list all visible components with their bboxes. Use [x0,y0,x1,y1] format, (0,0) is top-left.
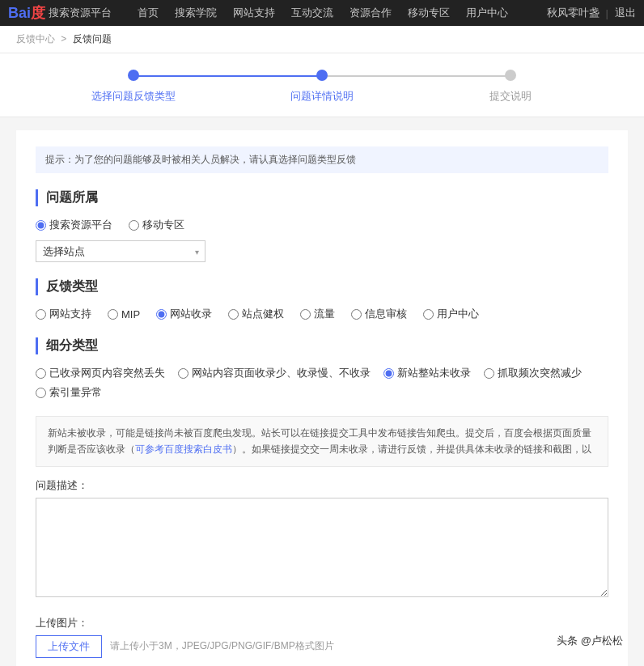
info-text-part2: ）。如果链接提交交一周未收录，请进行反馈，并提供具体未收录的链接和截图，以 [232,443,591,455]
tip-text: 提示：为了您的问题能够及时被相关人员解决，请认真选择问题类型反馈 [45,154,356,165]
subtype-radio-group: 已收录网页内容突然丢失 网站内容页面收录少、收录慢、不收录 新站整站未收录 抓取… [36,366,608,380]
feedback-label-6: 用户中心 [437,307,479,321]
belong-label-2: 移动专区 [142,218,184,232]
upload-label: 上传图片： [36,616,608,630]
watermark: 头条 @卢松松 [552,632,628,650]
feedback-label-2: 网站收录 [170,307,212,321]
feedback-option-2[interactable]: 网站收录 [156,307,212,321]
step-1-label: 选择问题反馈类型 [91,89,176,104]
feedback-radio-6[interactable] [423,309,434,320]
subtype-label-3: 抓取频次突然减少 [498,366,582,380]
subtype-label-4: 索引量异常 [49,385,102,400]
subtype-row-2: 索引量异常 [36,385,608,400]
upload-row: 上传文件 请上传小于3M，JPEG/JPG/PNG/GIF/BMP格式图片 [36,635,608,658]
feedback-radio-5[interactable] [351,309,362,320]
subtype-option-4[interactable]: 索引量异常 [36,385,608,400]
subtype-option-0[interactable]: 已收录网页内容突然丢失 [36,366,165,380]
section-belong: 问题所属 搜索资源平台 移动专区 选择站点 ▾ [36,189,608,262]
feedback-radio-4[interactable] [300,309,311,320]
platform-name: 搜索资源平台 [49,6,112,20]
step-3-circle [505,70,516,81]
section-subtype: 细分类型 已收录网页内容突然丢失 网站内容页面收录少、收录慢、不收录 新站整站未… [36,337,608,400]
feedback-option-1[interactable]: MIP [108,308,140,320]
header: Bai度 搜索资源平台 首页 搜索学院 网站支持 互动交流 资源合作 移动专区 … [0,0,644,26]
feedback-option-6[interactable]: 用户中心 [423,307,479,321]
main: 提示：为了您的问题能够及时被相关人员解决，请认真选择问题类型反馈 问题所属 搜索… [0,117,644,666]
feedback-label-1: MIP [121,308,140,320]
belong-option-1[interactable]: 搜索资源平台 [36,218,112,232]
subtype-radio-4[interactable] [36,388,46,398]
belong-radio-group: 搜索资源平台 移动专区 [36,218,608,232]
breadcrumb: 反馈中心 > 反馈问题 [0,26,644,53]
tip-bar: 提示：为了您的问题能够及时被相关人员解决，请认真选择问题类型反馈 [36,146,608,173]
site-select-inner: 选择站点 ▾ [36,240,205,262]
logo-text: Bai度 [8,3,45,23]
upload-button[interactable]: 上传文件 [36,635,102,658]
nav-academy[interactable]: 搜索学院 [167,0,225,26]
breadcrumb-parent[interactable]: 反馈中心 [16,33,55,45]
step-1-circle [128,70,139,81]
logo: Bai度 搜索资源平台 [8,3,112,23]
section-subtype-title: 细分类型 [36,337,608,354]
feedback-radio-3[interactable] [228,309,239,320]
subtype-radio-1[interactable] [178,368,189,379]
upload-hint: 请上传小于3M，JPEG/JPG/PNG/GIF/BMP格式图片 [110,639,334,653]
feedback-radio-1[interactable] [108,309,118,320]
step-2-circle [316,70,328,81]
site-select-wrap: 选择站点 ▾ [36,240,608,262]
section-belong-title: 问题所属 [36,189,608,206]
belong-radio-1[interactable] [36,220,46,231]
subtype-option-3[interactable]: 抓取频次突然减少 [484,366,582,380]
content-area: 提示：为了您的问题能够及时被相关人员解决，请认真选择问题类型反馈 问题所属 搜索… [16,130,628,666]
feedback-label-3: 站点健权 [242,307,284,321]
belong-option-2[interactable]: 移动专区 [129,218,184,232]
feedback-option-0[interactable]: 网站支持 [36,307,91,321]
info-link[interactable]: 可参考百度搜索白皮书 [135,443,232,455]
subtype-option-1[interactable]: 网站内容页面收录少、收录慢、不收录 [178,366,371,380]
nav-mobile[interactable]: 移动专区 [400,0,458,26]
breadcrumb-current: 反馈问题 [73,33,112,45]
subtype-label-1: 网站内容页面收录少、收录慢、不收录 [192,366,371,380]
subtype-label-0: 已收录网页内容突然丢失 [49,366,165,380]
problem-desc-textarea[interactable] [36,498,608,597]
step-3-label: 提交说明 [489,89,532,104]
info-box: 新站未被收录，可能是链接尚未被百度爬虫发现。站长可以在链接提交工具中发布链接告知… [36,416,608,467]
nav-cooperation[interactable]: 资源合作 [341,0,400,26]
feedback-label-4: 流量 [314,307,335,321]
feedback-radio-2[interactable] [156,309,167,320]
subtype-label-2: 新站整站未收录 [397,366,471,380]
nav-usercenter[interactable]: 用户中心 [458,0,516,26]
feedback-radio-0[interactable] [36,309,46,320]
belong-radio-2[interactable] [129,220,139,231]
feedback-label-5: 信息审核 [365,307,407,321]
step-2-label: 问题详情说明 [290,89,354,104]
main-nav: 首页 搜索学院 网站支持 互动交流 资源合作 移动专区 用户中心 [129,0,516,26]
section-feedback: 反馈类型 网站支持 MIP 网站收录 站点健权 [36,278,608,321]
problem-desc-label: 问题描述： [36,478,608,493]
section-problem-desc: 问题描述： [36,478,608,600]
steps-container: 选择问题反馈类型 问题详情说明 提交说明 [0,53,644,117]
header-right: 秋风零叶盏 | 退出 [547,6,636,20]
logout-btn[interactable]: 退出 [615,6,636,20]
feedback-label-0: 网站支持 [49,307,91,321]
subtype-radio-3[interactable] [484,368,494,379]
step-line-left [129,75,322,77]
nav-interaction[interactable]: 互动交流 [283,0,341,26]
steps: 选择问题反馈类型 问题详情说明 提交说明 [39,70,605,104]
feedback-radio-group: 网站支持 MIP 网站收录 站点健权 流量 [36,307,608,321]
subtype-radio-2[interactable] [383,368,394,379]
feedback-option-5[interactable]: 信息审核 [351,307,407,321]
subtype-option-2[interactable]: 新站整站未收录 [383,366,471,380]
subtype-radio-0[interactable] [36,368,46,379]
feedback-option-3[interactable]: 站点健权 [228,307,284,321]
belong-label-1: 搜索资源平台 [49,218,112,232]
upload-section: 上传图片： 上传文件 请上传小于3M，JPEG/JPG/PNG/GIF/BMP格… [36,616,608,658]
site-select[interactable]: 选择站点 [36,240,205,262]
step-line-right [322,75,515,77]
section-feedback-title: 反馈类型 [36,278,608,295]
feedback-option-4[interactable]: 流量 [300,307,335,321]
nav-support[interactable]: 网站支持 [225,0,283,26]
username[interactable]: 秋风零叶盏 [547,6,600,20]
nav-home[interactable]: 首页 [129,0,167,26]
